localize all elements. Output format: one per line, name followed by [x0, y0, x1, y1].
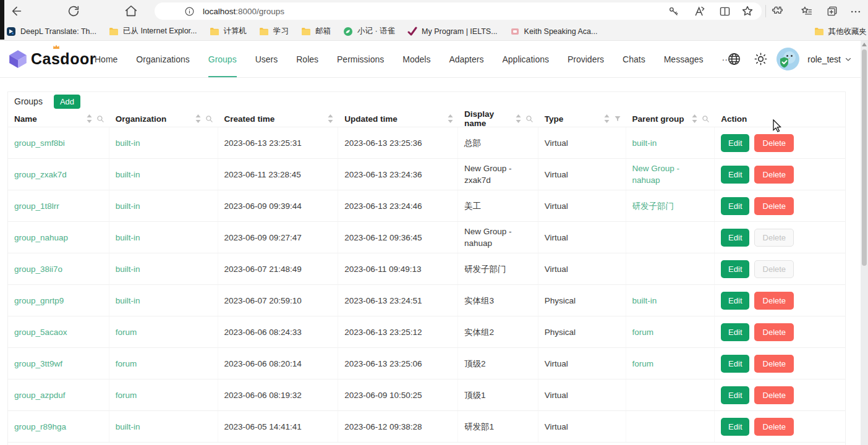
parent-group-link[interactable]: forum — [632, 326, 654, 338]
password-key-icon[interactable] — [668, 6, 679, 17]
sorter-icon[interactable] — [448, 114, 453, 123]
group-name-link[interactable]: group_r89hga — [14, 421, 66, 433]
bookmark-item[interactable]: 计算机 — [210, 26, 247, 36]
group-name-link[interactable]: group_gnrtp9 — [14, 295, 64, 307]
organization-link[interactable]: forum — [116, 358, 137, 370]
add-button[interactable]: Add — [54, 95, 80, 109]
column-header-updated-time[interactable]: Updated time — [338, 111, 458, 127]
delete-button[interactable]: Delete — [754, 323, 794, 341]
filter-icon[interactable] — [614, 115, 621, 122]
organization-link[interactable]: built-in — [116, 263, 140, 275]
group-name-link[interactable]: group_smf8bi — [14, 137, 65, 149]
column-header-organization[interactable]: Organization — [109, 111, 218, 127]
favorite-star-icon[interactable] — [741, 4, 754, 18]
sorter-icon[interactable] — [516, 114, 521, 123]
refresh-icon[interactable] — [67, 4, 80, 18]
site-info-icon[interactable] — [184, 6, 195, 17]
theme-sun-icon[interactable] — [754, 52, 768, 66]
edit-button[interactable]: Edit — [721, 323, 749, 341]
delete-button[interactable]: Delete — [754, 386, 794, 404]
parent-group-link[interactable]: forum — [632, 358, 654, 370]
column-header-type[interactable]: Type — [538, 111, 626, 127]
edit-button[interactable]: Edit — [721, 355, 749, 373]
settings-ellipsis-icon[interactable] — [849, 6, 862, 18]
search-icon[interactable] — [702, 115, 710, 123]
nav-item-chats[interactable]: Chats — [613, 41, 655, 77]
delete-button[interactable]: Delete — [754, 292, 794, 310]
group-name-link[interactable]: group_5acaox — [14, 326, 67, 338]
bookmark-item[interactable]: 小记 · 语雀 — [343, 26, 395, 36]
search-icon[interactable] — [205, 115, 213, 123]
organization-link[interactable]: forum — [116, 326, 137, 338]
column-header-parent-group[interactable]: Parent group — [626, 111, 715, 127]
split-screen-icon[interactable] — [718, 5, 731, 18]
nav-item-permissions[interactable]: Permissions — [328, 41, 393, 77]
edit-button[interactable]: Edit — [721, 229, 749, 247]
user-menu[interactable]: role_test — [807, 54, 852, 64]
delete-button[interactable]: Delete — [754, 134, 794, 152]
edit-button[interactable]: Edit — [721, 260, 749, 278]
home-icon[interactable] — [124, 4, 138, 18]
group-name-link[interactable]: group_3tt9wf — [14, 358, 62, 370]
edit-button[interactable]: Edit — [721, 166, 749, 184]
organization-link[interactable]: built-in — [116, 232, 140, 244]
scrollbar-up-arrow[interactable] — [862, 43, 867, 46]
scrollbar-thumb[interactable] — [862, 49, 867, 266]
delete-button[interactable]: Delete — [754, 355, 794, 373]
edit-button[interactable]: Edit — [721, 292, 749, 310]
nav-item-providers[interactable]: Providers — [558, 41, 613, 77]
sorter-icon[interactable] — [692, 114, 697, 123]
organization-link[interactable]: built-in — [116, 295, 140, 307]
edit-button[interactable]: Edit — [721, 197, 749, 215]
page-scrollbar[interactable] — [861, 41, 868, 445]
avatar[interactable] — [777, 48, 799, 70]
delete-button[interactable]: Delete — [754, 418, 794, 436]
nav-item-adapters[interactable]: Adapters — [440, 41, 493, 77]
bookmark-item[interactable]: 学习 — [259, 26, 289, 36]
edit-button[interactable]: Edit — [721, 386, 749, 404]
parent-group-link[interactable]: built-in — [632, 295, 657, 307]
read-aloud-icon[interactable] — [693, 5, 706, 18]
organization-link[interactable]: built-in — [116, 421, 140, 433]
bookmark-other-favorites[interactable]: 其他收藏夹 — [814, 22, 868, 41]
favorites-list-icon[interactable] — [800, 5, 813, 18]
column-header-display-name[interactable]: Display name — [458, 111, 538, 127]
group-name-link[interactable]: group_38ii7o — [14, 263, 62, 275]
organization-link[interactable]: forum — [116, 389, 137, 401]
collections-icon[interactable] — [826, 5, 838, 17]
edit-button[interactable]: Edit — [721, 418, 749, 436]
bookmark-item[interactable]: My Program | IELTS... — [407, 27, 498, 36]
bookmark-item[interactable]: Keith Speaking Aca... — [510, 27, 598, 36]
organization-link[interactable]: built-in — [116, 169, 140, 180]
nav-item-organizations[interactable]: Organizations — [127, 41, 198, 77]
group-name-link[interactable]: group_nahuap — [14, 232, 68, 244]
search-icon[interactable] — [96, 115, 104, 123]
delete-button[interactable]: Delete — [754, 197, 794, 215]
nav-item-groups[interactable]: Groups — [199, 41, 246, 77]
nav-item-models[interactable]: Models — [393, 41, 440, 77]
organization-link[interactable]: built-in — [116, 200, 140, 212]
extensions-icon[interactable] — [771, 5, 783, 17]
back-icon[interactable] — [10, 4, 23, 18]
nav-item-messages[interactable]: Messages — [655, 41, 713, 77]
sorter-icon[interactable] — [195, 114, 201, 123]
url-text[interactable]: localhost:8000/groups — [203, 7, 284, 16]
bookmark-item[interactable]: 邮箱 — [301, 26, 331, 36]
group-name-link[interactable]: group_1t8lrr — [14, 200, 59, 212]
sorter-icon[interactable] — [328, 114, 333, 123]
edit-button[interactable]: Edit — [721, 134, 749, 152]
nav-item-applications[interactable]: Applications — [493, 41, 558, 77]
delete-button[interactable]: Delete — [754, 166, 794, 184]
nav-item-home[interactable]: Home — [85, 41, 127, 77]
parent-group-link[interactable]: New Group - nahuap — [632, 163, 710, 186]
sorter-icon[interactable] — [87, 114, 92, 123]
parent-group-link[interactable]: built-in — [632, 137, 657, 149]
column-header-created-time[interactable]: Created time — [218, 111, 339, 127]
group-name-link[interactable]: group_zxak7d — [14, 169, 67, 180]
language-globe-icon[interactable] — [727, 52, 741, 66]
nav-item-users[interactable]: Users — [246, 41, 287, 77]
organization-link[interactable]: built-in — [116, 137, 140, 149]
bookmark-item[interactable]: 已从 Internet Explor... — [109, 26, 197, 36]
column-header-name[interactable]: Name — [8, 111, 109, 127]
casdoor-logo[interactable]: Casdoor — [7, 48, 96, 69]
